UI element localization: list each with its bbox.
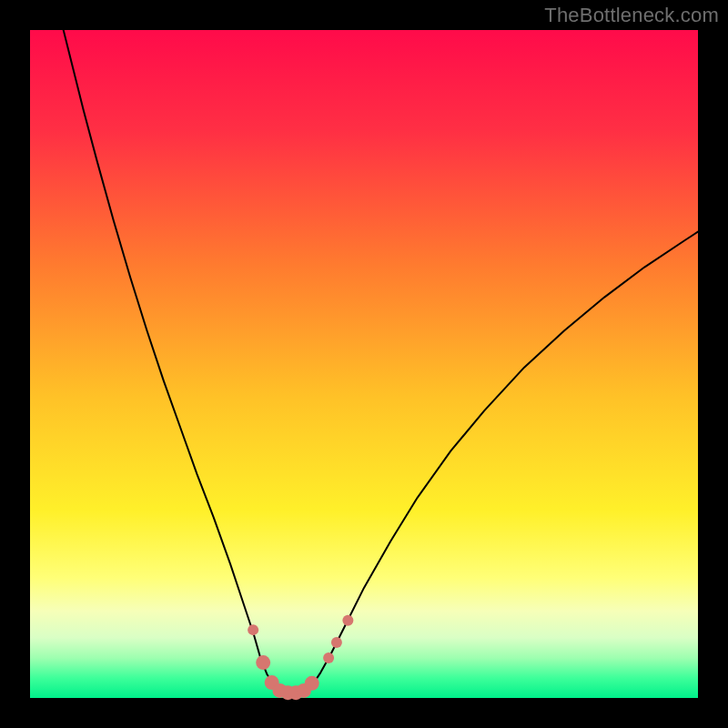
watermark-text: TheBottleneck.com xyxy=(544,4,719,27)
fit-marker xyxy=(248,624,258,635)
chart-frame: TheBottleneck.com xyxy=(0,0,728,728)
fit-marker xyxy=(331,637,342,648)
bottleneck-chart xyxy=(0,0,728,728)
plot-background xyxy=(30,30,698,698)
fit-marker xyxy=(342,615,353,626)
fit-marker xyxy=(323,652,334,663)
fit-marker xyxy=(305,676,319,691)
fit-marker xyxy=(256,655,270,670)
